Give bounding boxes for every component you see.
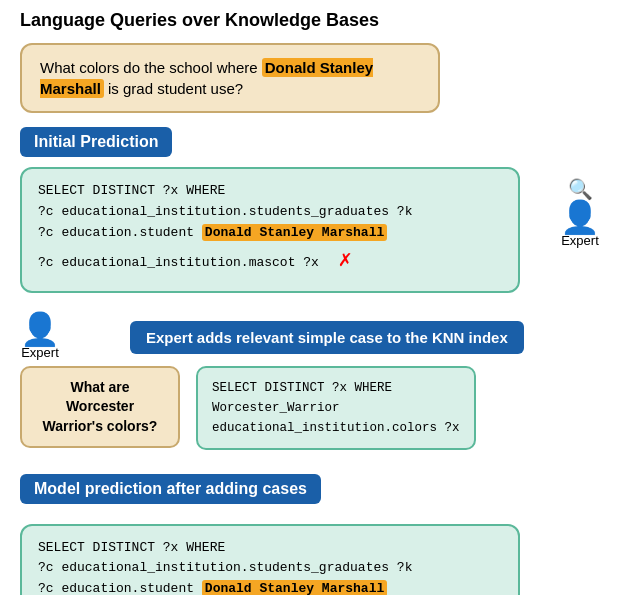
page-container: Language Queries over Knowledge Bases Wh… xyxy=(0,0,640,595)
page-title: Language Queries over Knowledge Bases xyxy=(20,10,620,31)
initial-code-area: SELECT DISTINCT ?x WHERE ?c educational_… xyxy=(20,167,620,293)
initial-prediction-section: Initial Prediction SELECT DISTINCT ?x WH… xyxy=(20,127,620,293)
worcester-code-box: SELECT DISTINCT ?x WHERE Worcester_Warri… xyxy=(196,366,476,450)
cross-icon: ✗ xyxy=(338,248,351,273)
expert-figure-right: 🔍 👤 Expert xyxy=(560,177,600,248)
question-suffix: is grad student use? xyxy=(104,80,243,97)
knn-section: 👤 Expert Expert adds relevant simple cas… xyxy=(20,307,620,464)
question-box: What colors do the school where Donald S… xyxy=(20,43,440,113)
model-line-2: ?c educational_institution.students_grad… xyxy=(38,558,502,579)
model-line-3: ?c education.student Donald Stanley Mars… xyxy=(38,579,502,595)
worcester-line-3: educational_institution.colors ?x xyxy=(212,418,460,438)
code-line-3: ?c education.student Donald Stanley Mars… xyxy=(38,223,502,244)
model-prediction-header: Model prediction after adding cases xyxy=(20,474,321,504)
model-line-1: SELECT DISTINCT ?x WHERE xyxy=(38,538,502,559)
code-highlight-2: Donald Stanley Marshall xyxy=(202,580,387,595)
search-icon: 🔍 xyxy=(568,177,593,201)
expert-figure-left: 👤 Expert xyxy=(20,313,60,360)
code-line-4: ?c educational_institution.mascot ?x ✗ xyxy=(38,243,502,278)
model-code-box: SELECT DISTINCT ?x WHERE ?c educational_… xyxy=(20,524,520,595)
worcester-line-2: Worcester_Warrior xyxy=(212,398,460,418)
worcester-question-box: What are Worcester Warrior's colors? xyxy=(20,366,180,449)
knn-banner-row: 👤 Expert Expert adds relevant simple cas… xyxy=(20,307,620,366)
worcester-line-1: SELECT DISTINCT ?x WHERE xyxy=(212,378,460,398)
worcester-row: What are Worcester Warrior's colors? SEL… xyxy=(20,366,620,450)
person-icon-right: 👤 xyxy=(560,201,600,233)
expert-label-right: Expert xyxy=(561,233,599,248)
initial-code-box: SELECT DISTINCT ?x WHERE ?c educational_… xyxy=(20,167,520,293)
expert-banner: Expert adds relevant simple case to the … xyxy=(130,321,524,354)
expert-label-left: Expert xyxy=(21,345,59,360)
model-prediction-section: Model prediction after adding cases SELE… xyxy=(20,474,620,595)
code-line-2: ?c educational_institution.students_grad… xyxy=(38,202,502,223)
worcester-question: What are Worcester Warrior's colors? xyxy=(43,379,158,434)
code-line-1: SELECT DISTINCT ?x WHERE xyxy=(38,181,502,202)
code-highlight-1: Donald Stanley Marshall xyxy=(202,224,387,241)
person-icon-left: 👤 xyxy=(20,313,60,345)
initial-prediction-header: Initial Prediction xyxy=(20,127,172,157)
question-prefix: What colors do the school where xyxy=(40,59,262,76)
